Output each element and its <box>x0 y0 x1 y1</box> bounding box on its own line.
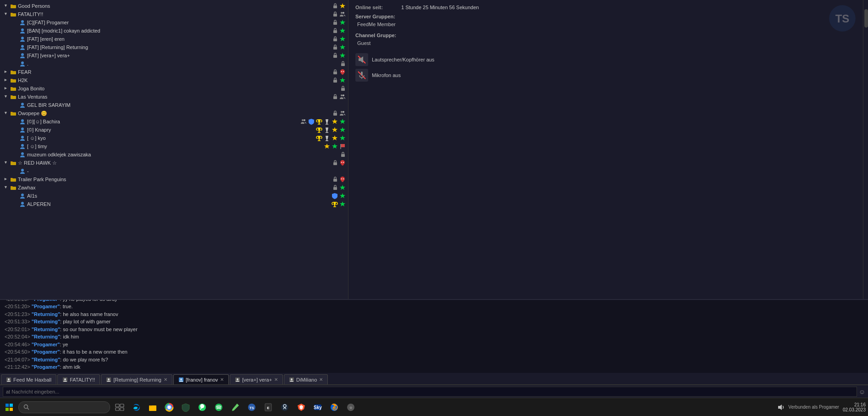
item-label-timy: [ ☺] timy <box>27 144 321 149</box>
svg-point-78 <box>21 169 24 172</box>
tree-item-red-hawk-dot[interactable]: - <box>0 167 348 175</box>
item-label-fat-progamer: [C][FAT] Progamer <box>27 20 330 25</box>
tree-item-muzeum[interactable]: muzeum odklejek zawiszaka <box>0 150 348 159</box>
edge-button[interactable] <box>129 400 144 415</box>
svg-point-66 <box>21 144 24 147</box>
tree-item-trailer-park[interactable]: ► Trailer Park Penguins <box>0 175 348 183</box>
brave-button[interactable] <box>294 400 309 415</box>
tree-item-fat-progamer[interactable]: [C][FAT] Progamer <box>0 18 348 27</box>
tree-item-zawhax[interactable]: ▼ Zawhax <box>0 183 348 192</box>
svg-rect-120 <box>116 408 119 410</box>
svg-rect-24 <box>11 71 16 74</box>
tab-close-button[interactable]: ✕ <box>220 377 224 382</box>
item-icons-h2k <box>332 77 346 83</box>
firefox-button[interactable] <box>327 400 342 415</box>
tree-item-joga-bonito[interactable]: ► Joga Bonito <box>0 84 348 93</box>
svg-marker-2 <box>340 3 345 8</box>
tree-item-fat-dot[interactable]: . <box>0 60 348 68</box>
item-icons-knapry <box>315 127 346 133</box>
svg-rect-96 <box>361 72 363 76</box>
svg-rect-29 <box>11 79 16 83</box>
taskbar-clock[interactable]: 21:16 02.03.2023 <box>843 402 866 412</box>
chrome-button[interactable] <box>162 400 177 415</box>
item-label-alperen: ALPEREN <box>27 201 329 207</box>
tree-item-fatality[interactable]: ▼ FATALITY!! <box>0 10 348 18</box>
tree-item-red-hawk[interactable]: ▼ ☆ RED HAWK ☆ <box>0 159 348 167</box>
svg-point-28 <box>343 71 344 72</box>
item-icons-fat-progamer <box>332 19 346 26</box>
tree-item-knapry[interactable]: [©] Knapry <box>0 126 348 134</box>
svg-rect-63 <box>326 140 328 141</box>
item-icons-fat-ban-cokayn <box>332 28 346 34</box>
epic-button[interactable]: E <box>261 400 276 415</box>
chat-line: <20:51:23> "Returning": he also has name… <box>4 311 864 318</box>
tree-item-bachira[interactable]: [©][☺] Bachira <box>0 117 348 126</box>
tab-franov-tab[interactable]: [franov] franov✕ <box>173 374 229 384</box>
extra-app-button[interactable]: ○ <box>343 400 358 415</box>
mikrofon-row: Mikrofon aus <box>355 69 856 82</box>
item-label-zawhax: Zawhax <box>18 185 330 190</box>
svg-point-89 <box>21 202 24 205</box>
tree-item-fat-vera[interactable]: [FAT] [vera+] vera+ <box>0 51 348 60</box>
tree-item-h2k[interactable]: ► H2K <box>0 76 348 84</box>
task-view-button[interactable] <box>112 400 127 415</box>
taskbar-sound[interactable] <box>777 404 785 411</box>
expand-icon: ▼ <box>4 111 9 116</box>
taskbar-right: Verbunden als Progamer 21:16 02.03.2023 <box>777 402 866 412</box>
emoji-button[interactable]: ☺ <box>859 388 865 395</box>
tab-icon <box>106 377 111 383</box>
chat-input[interactable] <box>3 387 857 397</box>
tree-item-owopepe[interactable]: ▼ Owopepe 😊 <box>0 109 348 117</box>
spotify-button[interactable] <box>211 400 226 415</box>
svg-marker-92 <box>340 201 345 206</box>
tree-item-fat-returning[interactable]: [FAT] [Returning] Returning <box>0 43 348 51</box>
right-scrollbar[interactable] <box>863 0 868 299</box>
tab-dimillano-tab[interactable]: DiMiliano✕ <box>284 374 328 384</box>
svg-rect-112 <box>6 404 9 407</box>
explorer-button[interactable] <box>145 400 160 415</box>
tab-close-button[interactable]: ✕ <box>319 377 323 382</box>
chat-messages[interactable]: <20:42:29> "Progamer": its franov<20:42:… <box>0 300 868 373</box>
svg-point-27 <box>341 71 342 72</box>
tree-item-good-persons[interactable]: ▼ Good Persons <box>0 2 348 10</box>
tree-item-timy[interactable]: [ ☺] timy <box>0 142 348 150</box>
tree-item-gel-bir-sarayim[interactable]: GEL BIR SARAYIM <box>0 101 348 109</box>
svg-rect-84 <box>11 187 16 190</box>
tree-item-fat-eren[interactable]: [FAT] [eren] eren <box>0 35 348 43</box>
ts-app-button[interactable]: TS <box>244 400 259 415</box>
tab-close-button[interactable]: ✕ <box>274 377 278 382</box>
online-seit-row: Online seit: 1 Stunde 25 Minuten 56 Seku… <box>355 5 856 10</box>
tab-fatality-tab[interactable]: FATALITY!! <box>57 374 100 384</box>
sky-button[interactable]: Sky <box>310 400 325 415</box>
steam-button[interactable] <box>277 400 292 415</box>
svg-rect-39 <box>11 112 16 116</box>
tree-item-fat-ban-cokayn[interactable]: [BAN] [modric1] cokayn addicted <box>0 27 348 35</box>
taskbar-search-bar[interactable] <box>18 401 110 413</box>
tab-close-button[interactable]: ✕ <box>164 377 167 382</box>
tree-item-kyo[interactable]: [ ☺] kyo <box>0 134 348 142</box>
mikrofon-label: Mikrofon aus <box>372 72 401 78</box>
svg-point-109 <box>237 378 238 380</box>
tree-item-las-venturas[interactable]: ▼ Las Venturas <box>0 93 348 101</box>
svg-rect-91 <box>333 206 336 207</box>
tree-item-fear[interactable]: ► FEAR <box>0 68 348 76</box>
tree-item-ai1s[interactable]: AI1s <box>0 192 348 200</box>
whatsapp-button[interactable] <box>195 400 210 415</box>
tab-vera-tab[interactable]: [vera+] vera+✕ <box>230 374 283 384</box>
svg-rect-0 <box>11 5 16 8</box>
security-app-button[interactable] <box>178 400 193 415</box>
pen-app-button[interactable] <box>228 400 243 415</box>
right-scroll-thumb[interactable] <box>864 9 868 28</box>
svg-point-5 <box>341 12 343 14</box>
lautsprecher-icon <box>355 53 368 66</box>
tab-feed-me[interactable]: Feed Me Haxball <box>1 374 56 384</box>
svg-rect-118 <box>116 404 119 407</box>
start-button[interactable] <box>2 400 16 414</box>
svg-rect-23 <box>341 63 345 66</box>
chat-line: <20:54:46> "Progamer": ye <box>4 341 864 349</box>
svg-marker-21 <box>340 53 345 58</box>
item-label-las-venturas: Las Venturas <box>18 94 330 100</box>
tree-item-alperen[interactable]: ALPEREN <box>0 200 348 208</box>
svg-rect-48 <box>326 123 327 124</box>
tab-returning-tab[interactable]: [Returning] Returning✕ <box>101 374 172 384</box>
